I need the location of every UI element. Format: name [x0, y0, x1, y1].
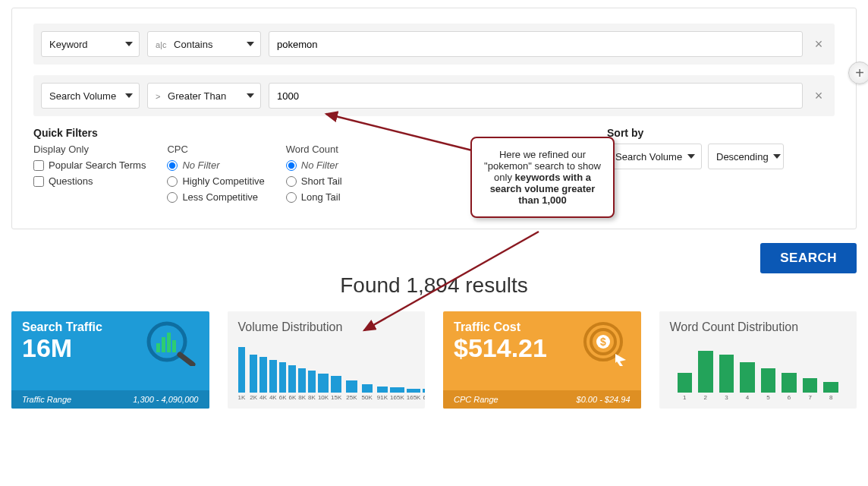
dollar-target-icon: $	[582, 320, 631, 368]
column-head: CPC	[167, 144, 264, 155]
close-icon: ×	[815, 36, 823, 52]
sort-section: Sort by Search Volume Descending	[607, 127, 835, 207]
checkbox-popular-search-terms[interactable]: Popular Search Terms	[33, 159, 146, 171]
radio-label: Short Tail	[301, 175, 342, 187]
remove-filter-button[interactable]: ×	[810, 87, 827, 104]
summary-cards: Search Traffic 16M Traffic Range 1,300 -…	[11, 311, 857, 409]
card-footer-label: Traffic Range	[22, 395, 71, 404]
filter-value-input[interactable]	[269, 31, 803, 57]
column-head: Word Count	[286, 144, 342, 155]
filter-value-input[interactable]	[269, 83, 803, 109]
radio-wc-nofilter[interactable]: No Filter	[286, 159, 342, 171]
filter-field-label: Keyword	[49, 39, 88, 50]
operator-icon: a|c	[156, 40, 166, 49]
column-head: Display Only	[33, 144, 146, 155]
checkbox-questions[interactable]: Questions	[33, 175, 146, 187]
card-traffic-cost[interactable]: Traffic Cost $514.21 $ CPC Range $0.00 -…	[443, 311, 641, 409]
search-button[interactable]: SEARCH	[760, 243, 857, 273]
chevron-down-icon	[125, 42, 133, 46]
radio-cpc-highly[interactable]: Highly Competitive	[167, 175, 264, 187]
filter-operator-label: Contains	[174, 39, 212, 50]
chevron-down-icon	[687, 154, 695, 159]
sort-title: Sort by	[607, 127, 835, 139]
card-footer-value: 1,300 - 4,090,000	[133, 395, 198, 404]
quick-filter-wordcount: Word Count No Filter Short Tail Long Tai…	[286, 144, 342, 207]
svg-rect-4	[167, 333, 171, 352]
radio-wc-long[interactable]: Long Tail	[286, 191, 342, 203]
sort-direction-select[interactable]: Descending	[708, 144, 784, 169]
svg-rect-3	[162, 337, 165, 352]
radio-input[interactable]	[167, 160, 178, 171]
card-volume-distribution[interactable]: Volume Distribution 1K2K4K4K6K6K8K8K10K1…	[228, 311, 426, 409]
radio-label: Long Tail	[301, 191, 341, 203]
checkbox-label: Popular Search Terms	[49, 159, 146, 171]
svg-text:$: $	[600, 336, 606, 348]
radio-input[interactable]	[167, 176, 178, 187]
sort-direction-label: Descending	[716, 151, 769, 163]
filter-operator-select[interactable]: > Greater Than	[147, 83, 261, 109]
filter-field-select[interactable]: Search Volume	[41, 83, 140, 109]
svg-line-1	[180, 355, 193, 364]
filter-row-keyword: Keyword a|c Contains ×	[33, 24, 835, 65]
add-filter-button[interactable]: +	[848, 62, 868, 84]
remove-filter-button[interactable]: ×	[810, 36, 827, 52]
card-title: Volume Distribution	[228, 311, 426, 334]
annotation-callout: Here we refined our "pokemon" search to …	[470, 137, 615, 218]
card-footer-value: $0.00 - $24.94	[577, 395, 631, 404]
close-icon: ×	[815, 88, 823, 104]
chevron-down-icon	[773, 154, 781, 159]
results-count: Found 1,894 results	[11, 273, 857, 298]
filter-field-select[interactable]: Keyword	[41, 31, 140, 57]
volume-bars: 1K2K4K4K6K6K8K8K10K15K25K50K91K165K165K6…	[238, 340, 415, 401]
filter-operator-label: Greater Than	[168, 90, 226, 102]
sort-field-label: Search Volume	[615, 151, 682, 163]
radio-cpc-less[interactable]: Less Competitive	[167, 191, 264, 203]
radio-label: No Filter	[182, 159, 219, 171]
svg-marker-10	[615, 354, 626, 366]
filter-row-volume: Search Volume > Greater Than ×	[33, 75, 835, 116]
svg-rect-5	[172, 340, 176, 352]
radio-wc-short[interactable]: Short Tail	[286, 175, 342, 187]
svg-rect-2	[156, 343, 160, 352]
filter-operator-select[interactable]: a|c Contains	[147, 31, 261, 57]
card-title: Word Count Distribution	[659, 311, 857, 334]
chevron-down-icon	[247, 93, 254, 98]
magnifier-chart-icon	[146, 320, 199, 368]
operator-icon: >	[156, 92, 160, 101]
radio-input[interactable]	[286, 176, 297, 187]
radio-cpc-nofilter[interactable]: No Filter	[167, 159, 264, 171]
plus-icon: +	[855, 65, 864, 82]
wordcount-bars: 12345678	[678, 340, 839, 401]
radio-label: No Filter	[301, 159, 338, 171]
checkbox-input[interactable]	[33, 176, 44, 187]
sort-field-select[interactable]: Search Volume	[607, 144, 702, 169]
chevron-down-icon	[125, 93, 133, 98]
radio-input[interactable]	[167, 192, 178, 203]
card-footer-label: CPC Range	[454, 395, 498, 404]
card-wordcount-distribution[interactable]: Word Count Distribution 12345678	[659, 311, 857, 409]
quick-filter-cpc: CPC No Filter Highly Competitive Less Co…	[167, 144, 264, 207]
checkbox-input[interactable]	[33, 160, 44, 171]
radio-input[interactable]	[286, 160, 297, 171]
checkbox-label: Questions	[49, 175, 93, 187]
quick-filter-display-only: Display Only Popular Search Terms Questi…	[33, 144, 146, 207]
radio-label: Less Competitive	[182, 191, 258, 203]
radio-input[interactable]	[286, 192, 297, 203]
filter-field-label: Search Volume	[49, 90, 116, 102]
filter-panel: Keyword a|c Contains × Search Volume > G…	[11, 8, 857, 229]
card-search-traffic[interactable]: Search Traffic 16M Traffic Range 1,300 -…	[11, 311, 209, 409]
chevron-down-icon	[247, 42, 254, 46]
radio-label: Highly Competitive	[182, 175, 264, 187]
